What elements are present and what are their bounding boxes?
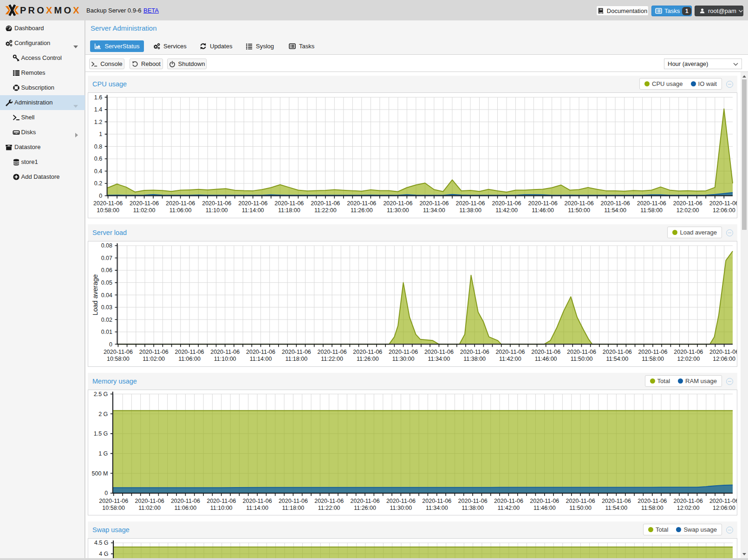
svg-text:1.6: 1.6 bbox=[94, 94, 102, 101]
svg-text:2020-11-06: 2020-11-06 bbox=[460, 349, 489, 355]
svg-text:11:06:00: 11:06:00 bbox=[175, 505, 197, 511]
svg-text:10:58:00: 10:58:00 bbox=[97, 207, 119, 214]
svg-text:11:14:00: 11:14:00 bbox=[250, 356, 272, 362]
svg-text:2020-11-06: 2020-11-06 bbox=[458, 498, 488, 504]
svg-text:11:26:00: 11:26:00 bbox=[357, 356, 379, 362]
svg-text:2020-11-06: 2020-11-06 bbox=[238, 200, 267, 207]
svg-text:11:34:00: 11:34:00 bbox=[426, 505, 448, 511]
svg-text:12:02:00: 12:02:00 bbox=[677, 505, 700, 511]
svg-text:2020-11-06: 2020-11-06 bbox=[637, 200, 666, 207]
svg-text:2020-11-06: 2020-11-06 bbox=[243, 498, 272, 504]
svg-text:11:42:00: 11:42:00 bbox=[495, 207, 518, 214]
svg-text:11:38:00: 11:38:00 bbox=[463, 356, 486, 362]
svg-text:11:58:00: 11:58:00 bbox=[641, 505, 663, 511]
svg-text:12:02:00: 12:02:00 bbox=[677, 356, 700, 362]
svg-text:2020-11-06: 2020-11-06 bbox=[175, 349, 204, 355]
svg-text:2020-11-06: 2020-11-06 bbox=[353, 349, 382, 355]
svg-text:2020-11-06: 2020-11-06 bbox=[567, 349, 596, 355]
svg-text:2020-11-06: 2020-11-06 bbox=[99, 498, 128, 504]
svg-text:2020-11-06: 2020-11-06 bbox=[530, 498, 559, 504]
svg-text:11:38:00: 11:38:00 bbox=[459, 207, 481, 214]
svg-text:11:26:00: 11:26:00 bbox=[351, 207, 373, 214]
svg-text:2020-11-06: 2020-11-06 bbox=[166, 200, 195, 207]
svg-text:11:54:00: 11:54:00 bbox=[606, 356, 628, 362]
svg-text:500 M: 500 M bbox=[92, 470, 108, 477]
svg-text:2020-11-06: 2020-11-06 bbox=[279, 498, 308, 504]
svg-text:2020-11-06: 2020-11-06 bbox=[674, 349, 703, 355]
svg-text:2020-11-06: 2020-11-06 bbox=[674, 498, 703, 504]
svg-text:11:06:00: 11:06:00 bbox=[178, 356, 201, 362]
svg-text:11:22:00: 11:22:00 bbox=[314, 207, 337, 214]
svg-text:0.6: 0.6 bbox=[94, 156, 102, 162]
svg-text:11:46:00: 11:46:00 bbox=[533, 505, 556, 511]
svg-text:1: 1 bbox=[99, 131, 102, 137]
svg-text:2020-11-06: 2020-11-06 bbox=[202, 200, 231, 207]
svg-text:2020-11-06: 2020-11-06 bbox=[246, 349, 275, 355]
svg-text:11:22:00: 11:22:00 bbox=[318, 505, 340, 511]
svg-text:1 G: 1 G bbox=[98, 450, 108, 457]
svg-text:0.01: 0.01 bbox=[101, 329, 112, 335]
svg-text:11:02:00: 11:02:00 bbox=[138, 505, 161, 511]
svg-text:11:18:00: 11:18:00 bbox=[282, 505, 305, 511]
svg-text:2020-11-06: 2020-11-06 bbox=[565, 200, 594, 207]
svg-text:2020-11-06: 2020-11-06 bbox=[139, 349, 169, 355]
svg-text:11:50:00: 11:50:00 bbox=[569, 505, 592, 511]
svg-text:2020-11-06: 2020-11-06 bbox=[528, 200, 558, 207]
svg-text:0: 0 bbox=[99, 193, 102, 199]
svg-text:11:50:00: 11:50:00 bbox=[571, 356, 593, 362]
svg-text:2020-11-06: 2020-11-06 bbox=[531, 349, 560, 355]
svg-text:11:30:00: 11:30:00 bbox=[392, 356, 415, 362]
svg-text:12:06:00: 12:06:00 bbox=[713, 505, 735, 511]
svg-text:11:14:00: 11:14:00 bbox=[246, 505, 268, 511]
svg-text:2020-11-06: 2020-11-06 bbox=[171, 498, 200, 504]
svg-text:2020-11-06: 2020-11-06 bbox=[494, 498, 523, 504]
svg-text:1.4: 1.4 bbox=[94, 106, 102, 113]
svg-text:11:54:00: 11:54:00 bbox=[604, 207, 626, 214]
svg-text:1.2: 1.2 bbox=[94, 119, 102, 125]
svg-text:2020-11-06: 2020-11-06 bbox=[603, 349, 632, 355]
svg-text:0: 0 bbox=[109, 341, 112, 348]
svg-text:2020-11-06: 2020-11-06 bbox=[386, 498, 416, 504]
svg-text:0.06: 0.06 bbox=[101, 267, 112, 273]
svg-text:2020-11-06: 2020-11-06 bbox=[673, 200, 702, 207]
svg-text:11:34:00: 11:34:00 bbox=[428, 356, 450, 362]
svg-text:12:06:00: 12:06:00 bbox=[713, 207, 735, 214]
svg-text:11:02:00: 11:02:00 bbox=[133, 207, 156, 214]
svg-text:0.02: 0.02 bbox=[101, 317, 112, 323]
svg-text:2020-11-06: 2020-11-06 bbox=[495, 349, 525, 355]
svg-text:2020-11-06: 2020-11-06 bbox=[274, 200, 304, 207]
svg-text:2020-11-06: 2020-11-06 bbox=[424, 349, 454, 355]
svg-text:2020-11-06: 2020-11-06 bbox=[311, 200, 340, 207]
svg-text:2020-11-06: 2020-11-06 bbox=[422, 498, 451, 504]
svg-text:2020-11-06: 2020-11-06 bbox=[93, 200, 123, 207]
svg-text:2020-11-06: 2020-11-06 bbox=[347, 200, 376, 207]
svg-text:10:58:00: 10:58:00 bbox=[107, 356, 130, 362]
svg-text:Load average: Load average bbox=[91, 274, 99, 316]
svg-text:2020-11-06: 2020-11-06 bbox=[314, 498, 344, 504]
svg-text:2020-11-06: 2020-11-06 bbox=[602, 498, 631, 504]
svg-text:0.08: 0.08 bbox=[101, 242, 112, 249]
svg-text:11:46:00: 11:46:00 bbox=[535, 356, 557, 362]
svg-text:11:50:00: 11:50:00 bbox=[568, 207, 590, 214]
svg-text:4.5 G: 4.5 G bbox=[94, 540, 109, 546]
svg-text:0.8: 0.8 bbox=[94, 143, 102, 150]
svg-text:11:42:00: 11:42:00 bbox=[499, 356, 521, 362]
svg-text:2 G: 2 G bbox=[98, 411, 108, 417]
svg-text:2020-11-06: 2020-11-06 bbox=[566, 498, 595, 504]
svg-text:2020-11-06: 2020-11-06 bbox=[709, 498, 737, 504]
svg-text:11:10:00: 11:10:00 bbox=[206, 207, 228, 214]
svg-text:2020-11-06: 2020-11-06 bbox=[638, 349, 667, 355]
svg-text:11:58:00: 11:58:00 bbox=[642, 356, 664, 362]
svg-text:10:58:00: 10:58:00 bbox=[102, 505, 125, 511]
svg-text:2020-11-06: 2020-11-06 bbox=[210, 349, 240, 355]
svg-text:11:06:00: 11:06:00 bbox=[169, 207, 192, 214]
svg-text:11:58:00: 11:58:00 bbox=[640, 207, 663, 214]
svg-text:11:10:00: 11:10:00 bbox=[210, 505, 233, 511]
svg-text:2020-11-06: 2020-11-06 bbox=[282, 349, 311, 355]
svg-text:0.07: 0.07 bbox=[101, 255, 112, 261]
svg-text:0.05: 0.05 bbox=[101, 280, 112, 286]
svg-text:11:10:00: 11:10:00 bbox=[214, 356, 236, 362]
svg-text:11:22:00: 11:22:00 bbox=[321, 356, 343, 362]
svg-text:2020-11-06: 2020-11-06 bbox=[104, 349, 133, 355]
svg-text:1.5 G: 1.5 G bbox=[94, 430, 108, 437]
